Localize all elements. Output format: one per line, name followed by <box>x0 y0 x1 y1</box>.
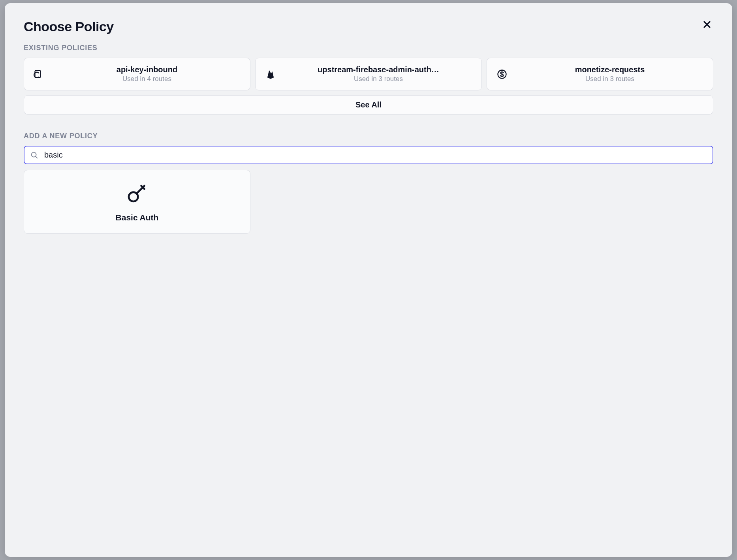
existing-policy-card[interactable]: upstream-firebase-admin-auth… Used in 3 … <box>255 58 482 90</box>
existing-policy-card[interactable]: monetize-requests Used in 3 routes <box>487 58 713 90</box>
policy-sub: Used in 4 routes <box>122 75 171 83</box>
policy-result-card[interactable]: Basic Auth <box>24 170 250 234</box>
existing-policies-row: api-key-inbound Used in 4 routes upstrea… <box>24 58 713 90</box>
shapes-icon <box>33 68 45 81</box>
existing-policies-label: EXISTING POLICIES <box>24 44 713 52</box>
policy-name: monetize-requests <box>575 65 645 74</box>
search-results: Basic Auth <box>24 170 713 234</box>
key-icon <box>126 182 148 204</box>
close-button[interactable] <box>701 19 713 32</box>
dollar-circle-icon <box>496 68 508 81</box>
policy-text: monetize-requests Used in 3 routes <box>515 65 704 83</box>
svg-line-5 <box>36 156 37 158</box>
modal-backdrop: Choose Policy EXISTING POLICIES <box>0 0 737 560</box>
policy-text: api-key-inbound Used in 4 routes <box>53 65 241 83</box>
see-all-button[interactable]: See All <box>24 95 713 115</box>
close-icon <box>702 20 712 31</box>
policy-search[interactable] <box>24 146 713 164</box>
policy-sub: Used in 3 routes <box>354 75 403 83</box>
result-name: Basic Auth <box>116 213 159 222</box>
add-policy-label: ADD A NEW POLICY <box>24 132 713 140</box>
firebase-icon <box>264 68 277 81</box>
policy-name: api-key-inbound <box>117 65 177 74</box>
policy-name: upstream-firebase-admin-auth… <box>318 65 439 74</box>
existing-policy-card[interactable]: api-key-inbound Used in 4 routes <box>24 58 250 90</box>
policy-search-input[interactable] <box>44 149 707 161</box>
search-icon <box>30 151 39 160</box>
modal-header: Choose Policy <box>24 19 713 34</box>
svg-rect-2 <box>35 70 41 77</box>
modal-title: Choose Policy <box>24 19 114 34</box>
policy-sub: Used in 3 routes <box>585 75 634 83</box>
choose-policy-modal: Choose Policy EXISTING POLICIES <box>5 3 732 557</box>
policy-text: upstream-firebase-admin-auth… Used in 3 … <box>284 65 473 83</box>
